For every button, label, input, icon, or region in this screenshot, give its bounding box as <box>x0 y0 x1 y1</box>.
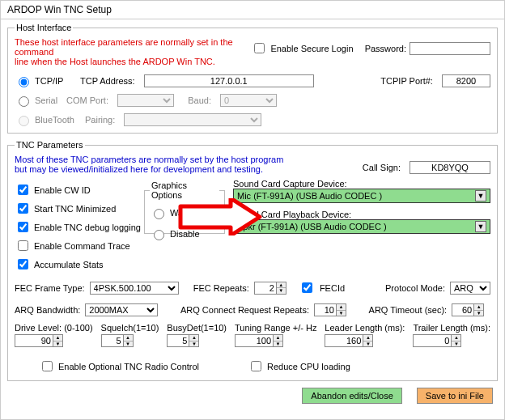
radio-control-checkbox[interactable] <box>42 361 53 371</box>
baud-label: Baud: <box>188 95 211 105</box>
start-min-checkbox[interactable] <box>18 203 28 214</box>
serial-radio[interactable] <box>19 96 29 107</box>
accum-stats-checkbox[interactable] <box>18 259 28 269</box>
tuning-spin[interactable]: ▲▼ <box>235 334 283 347</box>
enable-cwid-checkbox[interactable] <box>18 185 28 195</box>
playback-device-value: Spkr (FT-991A) (USB Audio CODEC ) <box>237 222 387 231</box>
debug-log-checkbox[interactable] <box>18 222 28 232</box>
busydet-label: BusyDet(1=10) <box>167 323 227 333</box>
pairing-label: Pairing: <box>85 115 115 125</box>
password-label: Password: <box>365 44 406 53</box>
reduce-cpu-checkbox[interactable] <box>251 361 261 371</box>
trailer-spin[interactable]: ▲▼ <box>413 334 461 347</box>
save-button[interactable]: Save to ini File <box>417 388 493 404</box>
reduce-cpu-label: Reduce CPU loading <box>267 362 350 371</box>
tcpip-label: TCP/IP <box>35 76 77 86</box>
arq-bw-label: ARQ Bandwidth: <box>15 305 80 315</box>
tnc-parameters-group: TNC Parameters Most of these TNC paramet… <box>7 140 498 381</box>
tcp-address-label: TCP Address: <box>80 76 135 86</box>
enable-secure-login-checkbox[interactable] <box>254 43 265 53</box>
tcp-address-input[interactable] <box>144 74 314 87</box>
leader-spin[interactable]: ▲▼ <box>325 334 373 347</box>
arq-timeout-label: ARQ Timeout (sec): <box>369 305 448 315</box>
chevron-down-icon: ▼ <box>475 190 486 202</box>
arq-conn-req-spin[interactable]: ▲▼ <box>314 303 346 316</box>
gfx-disable-radio[interactable] <box>154 230 164 240</box>
protocol-mode-label: Protocol Mode: <box>385 283 445 293</box>
start-min-label: Start TNC Minimized <box>34 204 116 214</box>
tcpip-port-input[interactable] <box>442 74 490 87</box>
fec-repeats-spin[interactable]: ▲▼ <box>254 282 286 295</box>
fec-frame-label: FEC Frame Type: <box>15 283 85 293</box>
drive-label: Drive Level: (0-100) <box>15 323 93 333</box>
call-sign-label: Call Sign: <box>363 163 401 172</box>
capture-device-select[interactable]: Mic (FT-991A) (USB Audio CODEC ) ▼ <box>233 189 490 203</box>
arq-timeout-spin[interactable]: ▲▼ <box>452 303 484 316</box>
arq-conn-req-label: ARQ Connect Request Repeats: <box>180 305 309 315</box>
chevron-down-icon: ▼ <box>475 221 486 232</box>
gfx-waterfall-radio[interactable] <box>154 209 164 219</box>
graphics-options-group: Graphics Options Waterfall Disable <box>144 180 225 234</box>
tnc-note: Most of these TNC parameters are normall… <box>15 155 283 174</box>
capture-device-label: Sound Card Capture Device: <box>233 179 347 189</box>
host-note: These host interface parameters are norm… <box>15 37 251 66</box>
com-port-select <box>117 94 174 107</box>
host-legend: Host Interface <box>15 23 73 32</box>
drive-spin[interactable]: ▲▼ <box>15 334 63 347</box>
enable-secure-login-label: Enable Secure Login <box>270 44 353 53</box>
gfx-waterfall-label: Waterfall <box>170 208 205 218</box>
playback-device-select[interactable]: Spkr (FT-991A) (USB Audio CODEC ) ▼ <box>233 219 490 234</box>
cmd-trace-checkbox[interactable] <box>18 240 28 251</box>
pairing-select <box>124 113 261 126</box>
fecid-label: FECId <box>320 283 345 293</box>
graphics-legend: Graphics Options <box>150 180 219 200</box>
window-title: ARDOP Win TNC Setup <box>1 1 504 19</box>
bluetooth-radio <box>19 116 29 126</box>
accum-stats-label: Accumulate Stats <box>34 260 104 269</box>
abandon-button[interactable]: Abandon edits/Close <box>302 388 402 404</box>
tuning-label: Tuning Range +/- Hz <box>235 323 316 333</box>
squelch-label: Squelch(1=10) <box>101 323 159 333</box>
call-sign-input[interactable] <box>410 161 490 174</box>
protocol-mode-select[interactable]: ARQ <box>450 282 490 295</box>
leader-label: Leader Length (ms): <box>325 323 405 333</box>
bluetooth-label: BlueTooth <box>35 115 82 125</box>
enable-cwid-label: Enable CW ID <box>34 185 91 195</box>
squelch-spin[interactable]: ▲▼ <box>101 334 134 347</box>
tnc-legend: TNC Parameters <box>15 140 85 150</box>
tcpip-port-label: TCPIP Port#: <box>380 76 433 86</box>
fecid-checkbox[interactable] <box>302 282 312 293</box>
capture-device-value: Mic (FT-991A) (USB Audio CODEC ) <box>237 191 382 201</box>
fec-repeats-label: FEC Repeats: <box>193 283 249 293</box>
playback-device-label: Sound Card Playback Device: <box>233 210 351 219</box>
arq-bw-select[interactable]: 2000MAX <box>85 303 158 316</box>
serial-label: Serial <box>35 95 63 105</box>
fec-frame-select[interactable]: 4PSK.500.100 <box>90 282 179 295</box>
host-interface-group: Host Interface These host interface para… <box>7 23 498 134</box>
baud-select: 0 <box>220 94 277 107</box>
password-input[interactable] <box>410 42 490 55</box>
trailer-label: Trailer Length (ms): <box>413 323 490 333</box>
debug-log-label: Enable TNC debug logging <box>34 223 141 232</box>
gfx-disable-label: Disable <box>170 229 200 239</box>
cmd-trace-label: Enable Command Trace <box>34 241 130 251</box>
com-port-label: COM Port: <box>66 95 108 105</box>
radio-control-label: Enable Optional TNC Radio Control <box>58 362 199 371</box>
tcpip-radio[interactable] <box>19 77 29 87</box>
busydet-spin[interactable]: ▲▼ <box>167 334 199 347</box>
